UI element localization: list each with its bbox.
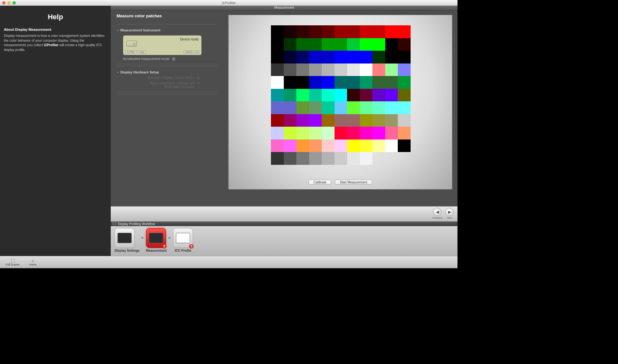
instrument-header[interactable]: Measurement Instrument — [117, 28, 217, 32]
color-patch — [385, 25, 398, 38]
help-text-bold: i1Profiler — [44, 43, 59, 47]
color-patch — [335, 114, 347, 127]
alert-icon: ? — [162, 244, 167, 249]
workflow-step-measurement[interactable]: ? Measurement — [146, 228, 167, 252]
workflow-step-icc-profile[interactable]: ? ICC Profile — [173, 228, 193, 252]
help-pane: Help About Display Measurement Display m… — [0, 6, 111, 256]
fullscreen-button[interactable]: ⛶ Full Screen — [6, 258, 20, 266]
color-patch — [322, 76, 335, 89]
color-patch — [271, 63, 284, 76]
color-patch — [284, 140, 297, 152]
start-measurement-button[interactable]: Start Measurement — [335, 180, 372, 185]
manual-toggle — [197, 81, 200, 85]
accel-mode-toggle[interactable] — [172, 57, 175, 61]
home-icon: ⌂ — [29, 258, 37, 263]
color-patch — [372, 127, 385, 140]
manual-row: Adjust brightness, contrast, and RGB gai… — [129, 81, 200, 89]
color-patch — [347, 25, 360, 38]
settings-column: Measure color patches Measurement Instru… — [111, 10, 223, 206]
divider — [117, 66, 217, 66]
workflow-step-display-settings[interactable]: Display Settings — [115, 228, 140, 252]
color-patch — [398, 140, 411, 152]
titlebar: i1Profiler — [0, 0, 457, 6]
section-header: Measurement — [111, 6, 457, 10]
color-patch — [335, 101, 347, 114]
device-status: Device ready — [180, 38, 199, 41]
color-patch — [347, 38, 360, 51]
help-subtitle: About Display Measurement — [4, 28, 107, 31]
workflow-title: Display Profiling Workflow — [118, 222, 155, 226]
color-patch — [398, 51, 411, 63]
color-patch — [309, 101, 322, 114]
color-patch — [309, 127, 322, 140]
color-patch — [284, 127, 297, 140]
color-patch — [296, 63, 309, 76]
color-patch — [360, 140, 373, 152]
color-patch — [398, 127, 411, 140]
color-patch — [360, 152, 373, 165]
adc-row: Automatic Display Control (ADC): — [129, 76, 200, 80]
adc-label: Automatic Display Control (ADC): — [147, 76, 195, 80]
color-patch — [271, 140, 284, 152]
color-patch — [296, 140, 309, 152]
tag-i1pro: i1 PRO — [125, 50, 137, 54]
color-patch — [335, 51, 347, 63]
color-patch — [322, 140, 335, 152]
color-patch — [347, 140, 360, 152]
color-patch — [372, 101, 385, 114]
hardware-header[interactable]: Display Hardware Setup — [117, 70, 217, 74]
color-patch — [335, 25, 347, 38]
color-patch — [296, 152, 309, 165]
color-patch — [271, 127, 284, 140]
calibrate-button[interactable]: Calibrate — [309, 180, 331, 185]
color-patch — [347, 127, 360, 140]
color-patch — [309, 152, 322, 165]
color-patch — [335, 127, 347, 140]
color-patch — [385, 76, 398, 89]
main-pane: Measurement Measure color patches Measur… — [111, 6, 457, 256]
color-patch — [322, 89, 335, 102]
color-patch — [360, 63, 373, 76]
next-button[interactable]: ▶ Next — [445, 208, 454, 219]
color-patch — [398, 89, 411, 102]
workflow-bar: Display Profiling Workflow Display Setti… — [111, 221, 457, 256]
color-patch — [309, 140, 322, 152]
color-patch — [385, 63, 398, 76]
color-patch — [296, 127, 309, 140]
tag-xrga: XRGA — [184, 50, 194, 54]
color-patch — [271, 38, 284, 51]
color-patch — [296, 89, 309, 102]
projector-icon — [126, 41, 137, 47]
color-patch — [309, 25, 322, 38]
color-patch — [385, 101, 398, 114]
color-patch — [360, 114, 373, 127]
help-text: Display measurement is how a color manag… — [4, 33, 107, 52]
color-patch — [322, 38, 335, 51]
color-patch — [372, 76, 385, 89]
workflow-header: Display Profiling Workflow — [111, 222, 457, 226]
color-patch — [335, 140, 347, 152]
color-patch — [271, 76, 284, 89]
color-patch — [372, 25, 385, 38]
color-patch — [322, 127, 335, 140]
color-patch — [398, 101, 411, 114]
color-patch — [398, 114, 411, 127]
color-patch — [335, 152, 347, 165]
color-patch — [284, 51, 297, 63]
home-button[interactable]: ⌂ Home — [29, 258, 37, 266]
color-patch — [398, 76, 411, 89]
color-patch — [322, 51, 335, 63]
color-patch — [296, 25, 309, 38]
previous-button[interactable]: ◀ Previous — [432, 208, 442, 219]
color-patch — [322, 63, 335, 76]
color-patch — [385, 38, 398, 51]
color-patch — [360, 51, 373, 63]
page-title: Measure color patches — [117, 13, 217, 18]
next-label: Next — [445, 216, 454, 219]
color-patch — [372, 38, 385, 51]
divider — [117, 24, 217, 24]
color-patch — [360, 127, 373, 140]
color-patch — [271, 51, 284, 63]
color-patch — [385, 127, 398, 140]
color-patch — [309, 76, 322, 89]
